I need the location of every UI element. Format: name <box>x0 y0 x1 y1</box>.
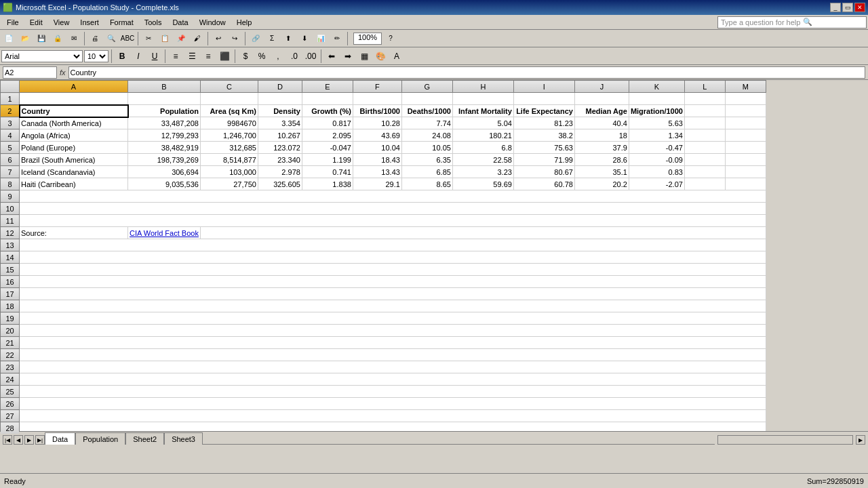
format-painter-button[interactable]: 🖌 <box>190 31 205 46</box>
cell-c3[interactable]: 9984670 <box>200 117 258 129</box>
row-header-25[interactable]: 25 <box>1 386 20 398</box>
italic-button[interactable]: I <box>131 49 146 64</box>
tab-sheet2[interactable]: Sheet2 <box>125 432 164 445</box>
row-header-4[interactable]: 4 <box>1 129 20 142</box>
menu-data[interactable]: Data <box>167 17 193 28</box>
decrease-decimal-button[interactable]: .00 <box>303 49 318 64</box>
cell-c1[interactable] <box>200 93 258 105</box>
bold-button[interactable]: B <box>115 49 130 64</box>
col-header-e[interactable]: E <box>302 81 353 93</box>
cell-i7[interactable]: 80.67 <box>513 166 574 178</box>
cell-e3[interactable]: 0.817 <box>302 117 353 129</box>
cell-row11[interactable] <box>20 215 766 227</box>
cell-m5[interactable] <box>725 142 766 154</box>
cell-f7[interactable]: 13.43 <box>353 166 401 178</box>
cell-l4[interactable] <box>684 129 725 142</box>
row-header-16[interactable]: 16 <box>1 276 20 288</box>
align-right-button[interactable]: ≡ <box>201 49 216 64</box>
cell-e8[interactable]: 1.838 <box>302 178 353 190</box>
cell-e1[interactable] <box>302 93 353 105</box>
cell-f1[interactable] <box>353 93 401 105</box>
cell-a8[interactable]: Haiti (Carribean) <box>20 178 128 190</box>
cell-c5[interactable]: 312,685 <box>200 142 258 154</box>
tab-data[interactable]: Data <box>45 432 75 445</box>
undo-button[interactable]: ↩ <box>211 31 226 46</box>
row-header-5[interactable]: 5 <box>1 142 20 154</box>
cell-d7[interactable]: 2.978 <box>258 166 302 178</box>
cell-e6[interactable]: 1.199 <box>302 154 353 166</box>
cell-c6[interactable]: 8,514,877 <box>200 154 258 166</box>
copy-button[interactable]: 📋 <box>157 31 172 46</box>
cell-i2[interactable]: Life Expectancy <box>513 105 574 117</box>
cell-j5[interactable]: 37.9 <box>574 142 629 154</box>
comma-button[interactable]: , <box>271 49 285 64</box>
col-header-l[interactable]: L <box>684 81 725 93</box>
help-button[interactable]: ? <box>383 31 398 46</box>
cell-i8[interactable]: 60.78 <box>513 178 574 190</box>
cell-i6[interactable]: 71.99 <box>513 154 574 166</box>
chart-button[interactable]: 📊 <box>313 31 328 46</box>
row-header-2[interactable]: 2 <box>1 105 20 117</box>
cell-k5[interactable]: -0.47 <box>629 142 684 154</box>
restore-button[interactable]: ▭ <box>842 3 853 12</box>
cell-a2[interactable]: Country <box>20 105 128 117</box>
cell-e2[interactable]: Growth (%) <box>302 105 353 117</box>
col-header-b[interactable]: B <box>128 81 201 93</box>
cell-j6[interactable]: 28.6 <box>574 154 629 166</box>
cell-h2[interactable]: Infant Mortality <box>452 105 513 117</box>
cell-g8[interactable]: 8.65 <box>401 178 452 190</box>
cell-j2[interactable]: Median Age <box>574 105 629 117</box>
cell-f3[interactable]: 10.28 <box>353 117 401 129</box>
cell-b1[interactable] <box>128 93 201 105</box>
cell-d5[interactable]: 123.072 <box>258 142 302 154</box>
underline-button[interactable]: U <box>147 49 162 64</box>
cell-a5[interactable]: Poland (Europe) <box>20 142 128 154</box>
open-button[interactable]: 📂 <box>18 31 33 46</box>
minimize-button[interactable]: _ <box>830 3 841 12</box>
align-center-button[interactable]: ☰ <box>184 49 199 64</box>
row-header-3[interactable]: 3 <box>1 117 20 129</box>
font-name-selector[interactable]: Arial <box>1 50 83 62</box>
row-header-11[interactable]: 11 <box>1 215 20 227</box>
cell-g4[interactable]: 24.08 <box>401 129 452 142</box>
cell-l5[interactable] <box>684 142 725 154</box>
permission-button[interactable]: 🔒 <box>50 31 65 46</box>
row-header-6[interactable]: 6 <box>1 154 20 166</box>
cell-f5[interactable]: 10.04 <box>353 142 401 154</box>
tab-population[interactable]: Population <box>75 432 125 445</box>
col-header-m[interactable]: M <box>725 81 766 93</box>
cell-g7[interactable]: 6.85 <box>401 166 452 178</box>
cell-m4[interactable] <box>725 129 766 142</box>
cell-j7[interactable]: 35.1 <box>574 166 629 178</box>
cell-g5[interactable]: 10.05 <box>401 142 452 154</box>
cell-a12[interactable]: Source: <box>20 227 128 239</box>
increase-decimal-button[interactable]: .0 <box>287 49 302 64</box>
tab-next-button[interactable]: ▶ <box>24 435 34 445</box>
row-header-10[interactable]: 10 <box>1 203 20 215</box>
row-header-27[interactable]: 27 <box>1 410 20 422</box>
cell-a4[interactable]: Angola (Africa) <box>20 129 128 142</box>
cell-b4[interactable]: 12,799,293 <box>128 129 201 142</box>
cell-k6[interactable]: -0.09 <box>629 154 684 166</box>
cell-b3[interactable]: 33,487,208 <box>128 117 201 129</box>
spell-check-button[interactable]: ABC <box>120 31 135 46</box>
cell-d1[interactable] <box>258 93 302 105</box>
cell-h6[interactable]: 22.58 <box>452 154 513 166</box>
cell-b6[interactable]: 198,739,269 <box>128 154 201 166</box>
name-box[interactable] <box>3 66 57 79</box>
row-header-22[interactable]: 22 <box>1 349 20 361</box>
cell-k8[interactable]: -2.07 <box>629 178 684 190</box>
cell-k2[interactable]: Migration/1000 <box>629 105 684 117</box>
row-header-19[interactable]: 19 <box>1 312 20 325</box>
cell-h8[interactable]: 59.69 <box>452 178 513 190</box>
cell-b8[interactable]: 9,035,536 <box>128 178 201 190</box>
cell-m8[interactable] <box>725 178 766 190</box>
cell-k3[interactable]: 5.63 <box>629 117 684 129</box>
cell-d2[interactable]: Density <box>258 105 302 117</box>
cell-e4[interactable]: 2.095 <box>302 129 353 142</box>
cell-m1[interactable] <box>725 93 766 105</box>
print-button[interactable]: 🖨 <box>87 31 102 46</box>
cell-h3[interactable]: 5.04 <box>452 117 513 129</box>
cell-l3[interactable] <box>684 117 725 129</box>
row-header-7[interactable]: 7 <box>1 166 20 178</box>
